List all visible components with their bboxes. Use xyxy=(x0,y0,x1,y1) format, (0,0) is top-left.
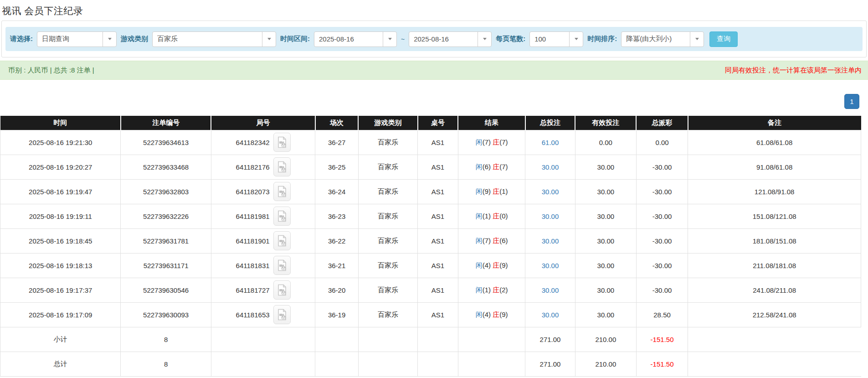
bet-id: 522739632226 xyxy=(121,204,211,228)
page-title: 视讯 会员下注纪录 xyxy=(2,5,868,17)
valid-bet: 30.00 xyxy=(575,228,636,253)
table-row: 2025-08-16 19:19:11 522739632226 6411819… xyxy=(0,204,861,228)
session-no: 36-25 xyxy=(315,155,358,179)
totals-total-bet: 271.00 xyxy=(525,327,575,352)
video-record-icon[interactable] xyxy=(273,182,291,201)
total-bet-link[interactable]: 30.00 xyxy=(542,163,559,171)
totals-valid-bet: 210.00 xyxy=(575,327,636,352)
round-id: 641182342 xyxy=(236,139,270,146)
totals-payout: -151.50 xyxy=(636,327,688,352)
total-bet-link[interactable]: 30.00 xyxy=(542,286,559,294)
col-game-category: 游戏类别 xyxy=(358,116,417,130)
time-sort-select[interactable]: 降冪(由大到小) xyxy=(621,31,704,47)
game-category-select[interactable]: 百家乐 xyxy=(152,31,276,47)
totals-count: 8 xyxy=(121,327,211,352)
round-id-cell: 641182342 xyxy=(211,130,315,155)
result-cell: 闲(4) 庄(9) xyxy=(458,302,525,327)
time-sort-value: 降冪(由大到小) xyxy=(621,32,690,47)
time-range-label: 时间区间: xyxy=(280,35,310,43)
game-category: 百家乐 xyxy=(358,278,417,302)
video-record-icon[interactable] xyxy=(273,133,291,152)
total-bet-link[interactable]: 30.00 xyxy=(542,237,559,245)
col-note: 备注 xyxy=(688,116,861,130)
page-size-select[interactable]: 100 xyxy=(529,31,583,47)
valid-bet: 30.00 xyxy=(575,204,636,228)
chevron-down-icon xyxy=(103,32,116,47)
payout: -30.00 xyxy=(636,204,688,228)
col-payout: 总派彩 xyxy=(636,116,688,130)
result-player-label: 闲 xyxy=(476,212,483,220)
chevron-down-icon xyxy=(262,32,276,47)
result-cell: 闲(1) 庄(2) xyxy=(458,278,525,302)
table-no: AS1 xyxy=(418,302,458,327)
result-banker-score: (2) xyxy=(499,286,508,294)
valid-bet: 30.00 xyxy=(575,253,636,278)
result-cell: 闲(6) 庄(7) xyxy=(458,155,525,179)
session-no: 36-21 xyxy=(315,253,358,278)
query-type-select[interactable]: 日期查询 xyxy=(37,31,117,47)
total-bet-link[interactable]: 30.00 xyxy=(542,188,559,196)
video-record-icon[interactable] xyxy=(273,280,291,300)
result-banker-label: 庄 xyxy=(493,163,499,171)
round-id: 641181727 xyxy=(236,286,270,294)
result-player-score: (1) xyxy=(483,212,491,220)
game-category: 百家乐 xyxy=(358,228,417,253)
bet-time: 2025-08-16 19:17:37 xyxy=(0,278,121,302)
col-bet-id: 注单编号 xyxy=(121,116,211,130)
video-record-icon[interactable] xyxy=(273,256,291,275)
bet-time: 2025-08-16 19:20:27 xyxy=(0,155,121,179)
result-player-score: (6) xyxy=(483,163,491,171)
col-session: 场次 xyxy=(315,116,358,130)
session-no: 36-19 xyxy=(315,302,358,327)
payout: -30.00 xyxy=(636,253,688,278)
payout: -30.00 xyxy=(636,278,688,302)
game-category: 百家乐 xyxy=(358,204,417,228)
filter-bar: 请选择: 日期查询 游戏类别 百家乐 时间区间: 2025-08-16 ~ 20… xyxy=(5,27,863,51)
date-from-select[interactable]: 2025-08-16 xyxy=(314,31,397,47)
result-player-label: 闲 xyxy=(476,311,483,318)
totals-label: 总计 xyxy=(0,352,121,376)
bet-id: 522739631171 xyxy=(121,253,211,278)
total-bet-link[interactable]: 61.00 xyxy=(542,139,559,146)
bet-id: 522739630093 xyxy=(121,302,211,327)
payout: -30.00 xyxy=(636,179,688,204)
result-player-score: (9) xyxy=(483,187,491,195)
date-to-select[interactable]: 2025-08-16 xyxy=(409,31,492,47)
result-banker-label: 庄 xyxy=(493,311,499,318)
bet-time: 2025-08-16 19:21:30 xyxy=(0,130,121,155)
result-banker-label: 庄 xyxy=(493,286,499,294)
video-record-icon[interactable] xyxy=(273,305,291,324)
game-category-value: 百家乐 xyxy=(153,32,262,47)
bet-id: 522739634613 xyxy=(121,130,211,155)
bet-time: 2025-08-16 19:19:11 xyxy=(0,204,121,228)
chevron-down-icon xyxy=(478,32,491,47)
game-category-label: 游戏类别 xyxy=(121,35,148,43)
note: 241.08/211.08 xyxy=(688,278,861,302)
bet-id: 522739630546 xyxy=(121,278,211,302)
table-row: 2025-08-16 19:20:27 522739633468 6411821… xyxy=(0,155,861,179)
video-record-icon[interactable] xyxy=(273,157,291,176)
range-tilde: ~ xyxy=(401,36,405,43)
same-round-note-text: 同局有效投注，统一计算在该局第一张注单内 xyxy=(725,66,862,75)
video-record-icon[interactable] xyxy=(273,231,291,250)
note: 61.08/61.08 xyxy=(688,130,861,155)
total-bet-link[interactable]: 30.00 xyxy=(542,262,559,269)
table-row: 2025-08-16 19:21:30 522739634613 6411823… xyxy=(0,130,861,155)
result-cell: 闲(7) 庄(6) xyxy=(458,228,525,253)
round-id-cell: 641182176 xyxy=(211,155,315,179)
video-record-icon[interactable] xyxy=(273,207,291,226)
total-bet-link[interactable]: 30.00 xyxy=(542,311,559,319)
col-result: 结果 xyxy=(458,116,525,130)
query-type-value: 日期查询 xyxy=(37,32,103,47)
table-no: AS1 xyxy=(418,278,458,302)
search-button[interactable]: 查询 xyxy=(709,31,738,47)
game-category: 百家乐 xyxy=(358,179,417,204)
betting-records-page: 视讯 会员下注纪录 请选择: 日期查询 游戏类别 百家乐 时间区间: 2025-… xyxy=(0,5,868,378)
page-1-button[interactable]: 1 xyxy=(844,94,859,109)
result-player-score: (4) xyxy=(483,311,491,318)
result-banker-score: (6) xyxy=(499,237,508,244)
total-bet-link[interactable]: 30.00 xyxy=(542,212,559,220)
result-banker-score: (1) xyxy=(499,187,508,195)
round-id: 641181653 xyxy=(236,311,270,319)
totals-valid-bet: 210.00 xyxy=(575,352,636,376)
